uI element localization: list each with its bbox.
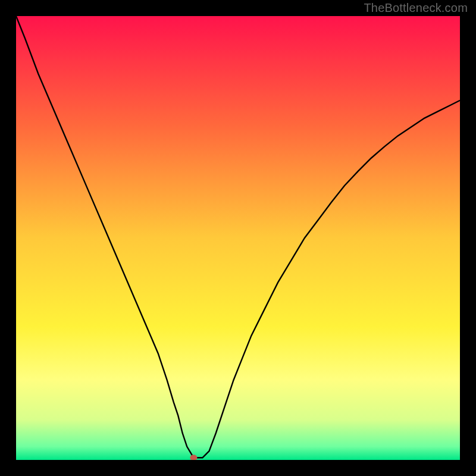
chart-container: TheBottleneck.com (0, 0, 476, 476)
watermark-label: TheBottleneck.com (364, 1, 468, 15)
gradient-background (16, 16, 460, 460)
bottleneck-curve-chart (16, 16, 460, 460)
plot-area (16, 16, 460, 460)
